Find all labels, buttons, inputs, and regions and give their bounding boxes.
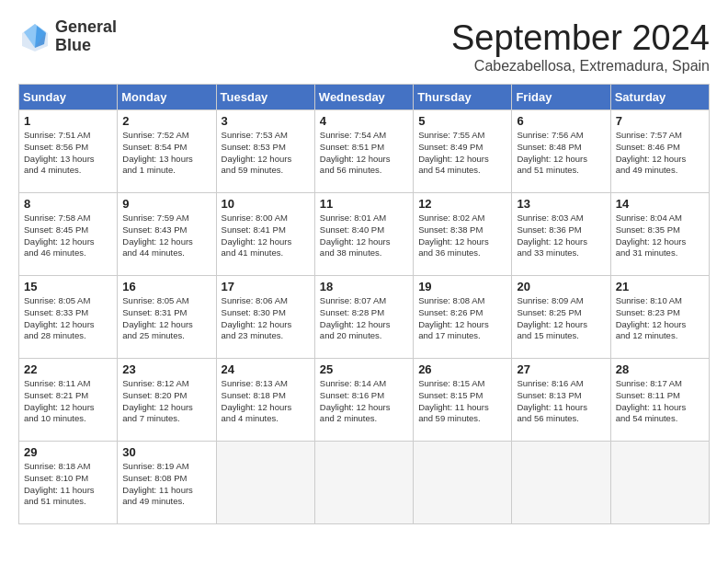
calendar-cell: 15Sunrise: 8:05 AMSunset: 8:33 PMDayligh…: [19, 276, 118, 359]
day-number: 17: [222, 280, 310, 293]
logo-icon: [18, 20, 51, 53]
day-of-week-header: Sunday: [19, 85, 118, 110]
cell-text: Sunrise: 8:12 AMSunset: 8:20 PMDaylight:…: [122, 378, 210, 425]
day-number: 9: [122, 197, 210, 211]
day-number: 12: [418, 197, 506, 211]
cell-text: Sunrise: 8:08 AMSunset: 8:26 PMDaylight:…: [418, 295, 506, 342]
day-number: 16: [122, 280, 210, 293]
day-number: 29: [24, 445, 112, 459]
day-number: 13: [517, 197, 605, 211]
calendar-cell: [314, 442, 413, 524]
calendar-cell: 1Sunrise: 7:51 AMSunset: 8:56 PMDaylight…: [19, 110, 118, 193]
header: General Blue September 2024 Cabezabellos…: [18, 18, 710, 75]
day-number: 3: [222, 114, 310, 128]
calendar-cell: 10Sunrise: 8:00 AMSunset: 8:41 PMDayligh…: [216, 193, 314, 276]
cell-text: Sunrise: 7:54 AMSunset: 8:51 PMDaylight:…: [320, 130, 408, 177]
cell-text: Sunrise: 7:51 AMSunset: 8:56 PMDaylight:…: [24, 130, 112, 177]
calendar-cell: 29Sunrise: 8:18 AMSunset: 8:10 PMDayligh…: [19, 442, 118, 524]
cell-text: Sunrise: 8:17 AMSunset: 8:11 PMDaylight:…: [616, 378, 704, 425]
location-subtitle: Cabezabellosa, Extremadura, Spain: [451, 58, 710, 75]
calendar-week-row: 22Sunrise: 8:11 AMSunset: 8:21 PMDayligh…: [19, 359, 710, 442]
day-of-week-header: Monday: [118, 85, 216, 110]
calendar-cell: 30Sunrise: 8:19 AMSunset: 8:08 PMDayligh…: [118, 442, 216, 524]
calendar-cell: 16Sunrise: 8:05 AMSunset: 8:31 PMDayligh…: [118, 276, 216, 359]
cell-text: Sunrise: 8:09 AMSunset: 8:25 PMDaylight:…: [517, 295, 605, 342]
day-of-week-header: Saturday: [610, 85, 709, 110]
calendar-cell: 26Sunrise: 8:15 AMSunset: 8:15 PMDayligh…: [414, 359, 512, 442]
cell-text: Sunrise: 8:02 AMSunset: 8:38 PMDaylight:…: [418, 213, 506, 259]
calendar-cell: 20Sunrise: 8:09 AMSunset: 8:25 PMDayligh…: [512, 276, 610, 359]
day-number: 6: [517, 114, 605, 128]
cell-text: Sunrise: 8:10 AMSunset: 8:23 PMDaylight:…: [616, 295, 704, 342]
calendar-cell: 3Sunrise: 7:53 AMSunset: 8:53 PMDaylight…: [216, 110, 314, 193]
day-number: 10: [222, 197, 310, 211]
calendar-cell: 8Sunrise: 7:58 AMSunset: 8:45 PMDaylight…: [19, 193, 118, 276]
calendar-week-row: 8Sunrise: 7:58 AMSunset: 8:45 PMDaylight…: [19, 193, 710, 276]
day-number: 20: [517, 280, 605, 293]
day-number: 2: [122, 114, 210, 128]
day-number: 18: [320, 280, 408, 293]
cell-text: Sunrise: 8:19 AMSunset: 8:08 PMDaylight:…: [122, 461, 210, 508]
calendar-cell: 2Sunrise: 7:52 AMSunset: 8:54 PMDaylight…: [118, 110, 216, 193]
day-number: 5: [418, 114, 506, 128]
calendar-cell: 13Sunrise: 8:03 AMSunset: 8:36 PMDayligh…: [512, 193, 610, 276]
day-number: 22: [24, 362, 112, 376]
calendar-week-row: 15Sunrise: 8:05 AMSunset: 8:33 PMDayligh…: [19, 276, 710, 359]
day-number: 1: [24, 114, 112, 128]
cell-text: Sunrise: 8:04 AMSunset: 8:35 PMDaylight:…: [616, 213, 704, 259]
day-number: 11: [320, 197, 408, 211]
calendar-cell: 14Sunrise: 8:04 AMSunset: 8:35 PMDayligh…: [610, 193, 709, 276]
day-of-week-header: Tuesday: [216, 85, 314, 110]
day-of-week-header: Thursday: [414, 85, 512, 110]
cell-text: Sunrise: 8:00 AMSunset: 8:41 PMDaylight:…: [222, 213, 310, 259]
day-number: 25: [320, 362, 408, 376]
calendar-cell: 12Sunrise: 8:02 AMSunset: 8:38 PMDayligh…: [414, 193, 512, 276]
calendar-cell: 22Sunrise: 8:11 AMSunset: 8:21 PMDayligh…: [19, 359, 118, 442]
cell-text: Sunrise: 8:14 AMSunset: 8:16 PMDaylight:…: [320, 378, 408, 425]
cell-text: Sunrise: 8:03 AMSunset: 8:36 PMDaylight:…: [517, 213, 605, 259]
day-number: 7: [616, 114, 704, 128]
cell-text: Sunrise: 8:11 AMSunset: 8:21 PMDaylight:…: [24, 378, 112, 425]
cell-text: Sunrise: 7:53 AMSunset: 8:53 PMDaylight:…: [222, 130, 310, 177]
day-of-week-header: Wednesday: [314, 85, 413, 110]
day-number: 30: [122, 445, 210, 459]
title-area: September 2024 Cabezabellosa, Extremadur…: [451, 18, 710, 75]
calendar-cell: 24Sunrise: 8:13 AMSunset: 8:18 PMDayligh…: [216, 359, 314, 442]
calendar-cell: 18Sunrise: 8:07 AMSunset: 8:28 PMDayligh…: [314, 276, 413, 359]
calendar-cell: 4Sunrise: 7:54 AMSunset: 8:51 PMDaylight…: [314, 110, 413, 193]
calendar-table: SundayMondayTuesdayWednesdayThursdayFrid…: [18, 84, 710, 524]
calendar-cell: [216, 442, 314, 524]
month-title: September 2024: [451, 18, 710, 58]
calendar-cell: 27Sunrise: 8:16 AMSunset: 8:13 PMDayligh…: [512, 359, 610, 442]
cell-text: Sunrise: 8:16 AMSunset: 8:13 PMDaylight:…: [517, 378, 605, 425]
day-of-week-header: Friday: [512, 85, 610, 110]
cell-text: Sunrise: 7:55 AMSunset: 8:49 PMDaylight:…: [418, 130, 506, 177]
cell-text: Sunrise: 8:01 AMSunset: 8:40 PMDaylight:…: [320, 213, 408, 259]
cell-text: Sunrise: 8:05 AMSunset: 8:33 PMDaylight:…: [24, 295, 112, 342]
calendar-week-row: 1Sunrise: 7:51 AMSunset: 8:56 PMDaylight…: [19, 110, 710, 193]
calendar-cell: 6Sunrise: 7:56 AMSunset: 8:48 PMDaylight…: [512, 110, 610, 193]
cell-text: Sunrise: 7:59 AMSunset: 8:43 PMDaylight:…: [122, 213, 210, 259]
cell-text: Sunrise: 7:57 AMSunset: 8:46 PMDaylight:…: [616, 130, 704, 177]
cell-text: Sunrise: 7:52 AMSunset: 8:54 PMDaylight:…: [122, 130, 210, 177]
day-number: 15: [24, 280, 112, 293]
day-number: 24: [222, 362, 310, 376]
day-number: 23: [122, 362, 210, 376]
cell-text: Sunrise: 8:06 AMSunset: 8:30 PMDaylight:…: [222, 295, 310, 342]
day-number: 4: [320, 114, 408, 128]
cell-text: Sunrise: 7:56 AMSunset: 8:48 PMDaylight:…: [517, 130, 605, 177]
calendar-week-row: 29Sunrise: 8:18 AMSunset: 8:10 PMDayligh…: [19, 442, 710, 524]
day-number: 14: [616, 197, 704, 211]
calendar-cell: [610, 442, 709, 524]
logo: General Blue: [18, 18, 117, 55]
cell-text: Sunrise: 8:05 AMSunset: 8:31 PMDaylight:…: [122, 295, 210, 342]
cell-text: Sunrise: 8:15 AMSunset: 8:15 PMDaylight:…: [418, 378, 506, 425]
day-number: 28: [616, 362, 704, 376]
calendar-header-row: SundayMondayTuesdayWednesdayThursdayFrid…: [19, 85, 710, 110]
logo-text-line1: General: [55, 18, 117, 37]
calendar-cell: 19Sunrise: 8:08 AMSunset: 8:26 PMDayligh…: [414, 276, 512, 359]
day-number: 8: [24, 197, 112, 211]
cell-text: Sunrise: 7:58 AMSunset: 8:45 PMDaylight:…: [24, 213, 112, 259]
day-number: 27: [517, 362, 605, 376]
day-number: 19: [418, 280, 506, 293]
